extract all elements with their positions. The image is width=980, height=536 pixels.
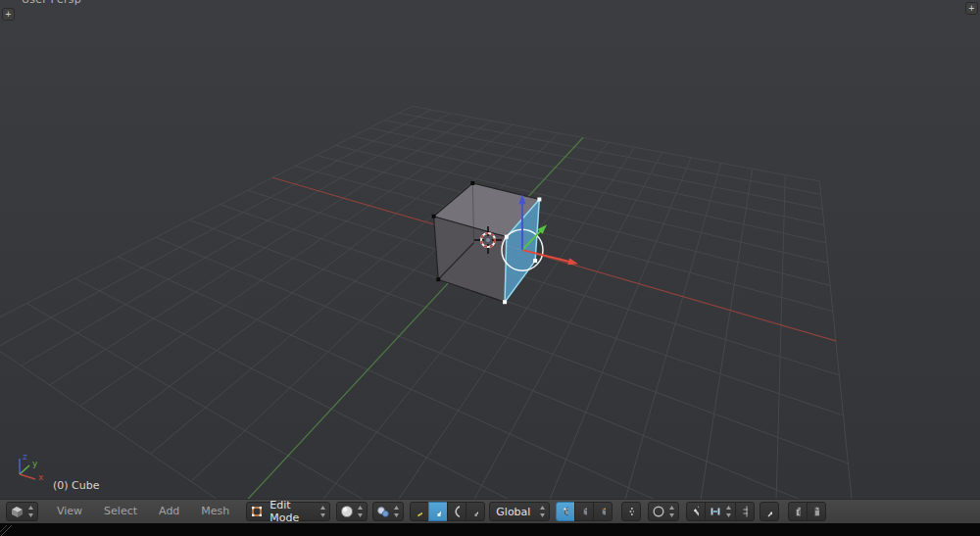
snap-element-dropdown[interactable] (705, 502, 736, 521)
select-mode-face-button[interactable] (593, 502, 612, 521)
dropdown-arrows-icon (319, 505, 326, 518)
limit-selection-to-visible-button[interactable] (621, 502, 641, 521)
translate-arrow-icon (435, 505, 441, 518)
manipulator-rotate-button[interactable] (447, 502, 466, 521)
dropdown-arrows-icon (539, 505, 546, 518)
grid-snap-icon (742, 505, 748, 518)
snap-increment-icon (709, 505, 722, 518)
manipulator-widget-button[interactable] (410, 502, 429, 521)
3d-viewport[interactable]: zyx User Persp (0) Cube + + (0, 0, 980, 499)
proportional-editing-icon (652, 505, 665, 518)
select-mode-group (556, 502, 612, 521)
opengl-render-animation-button[interactable] (807, 502, 826, 521)
3d-view-editor-icon (10, 505, 24, 518)
transform-orientation-dropdown[interactable]: Global (489, 502, 550, 521)
mini-axis-z-label: z (23, 452, 27, 462)
magnet-icon (693, 505, 699, 518)
automerge-arrows-icon (766, 505, 772, 518)
view-name-label: User Persp (22, 0, 81, 6)
menu-view[interactable]: View (46, 500, 93, 523)
absolute-grid-snap-button[interactable] (735, 502, 755, 521)
viewport-shading-sphere-icon (340, 505, 354, 518)
edit-mode-cube-icon (250, 505, 264, 518)
menu-select[interactable]: Select (93, 500, 148, 523)
select-mode-vertex-button[interactable] (556, 502, 575, 521)
edge-select-icon (581, 505, 587, 518)
mini-axis-x-label: x (38, 472, 44, 482)
dropdown-arrows-icon (27, 505, 34, 518)
orientation-label: Global (493, 506, 536, 518)
expand-properties-button[interactable]: + (965, 2, 978, 15)
area-corner-grip[interactable] (0, 525, 22, 536)
pivot-point-dropdown[interactable] (372, 502, 404, 521)
active-object-label: (0) Cube (53, 479, 99, 492)
occlude-geometry-icon (628, 505, 634, 518)
snap-group (686, 502, 755, 521)
opengl-render-group (788, 502, 826, 521)
manipulator-scale-button[interactable] (466, 502, 485, 521)
bottom-editor-strip (0, 523, 980, 536)
viewport-shading-dropdown[interactable] (336, 502, 368, 521)
proportional-editing-dropdown[interactable] (648, 502, 679, 521)
camera-render-icon (795, 505, 801, 518)
viewport-header: ViewSelectAddMesh Edit Mode (0, 499, 980, 523)
automerge-toggle-button[interactable] (760, 502, 779, 521)
opengl-render-image-button[interactable] (788, 502, 808, 521)
clapperboard-icon (813, 505, 819, 518)
world-axes (236, 137, 836, 499)
mode-dropdown-label: Edit Mode (267, 499, 317, 524)
select-mode-edge-button[interactable] (574, 502, 594, 521)
face-select-icon (600, 505, 606, 518)
header-menubar: ViewSelectAddMesh (46, 500, 240, 523)
menu-mesh[interactable]: Mesh (190, 500, 240, 523)
mini-axis-y-label: y (32, 459, 38, 468)
dropdown-arrows-icon (393, 505, 400, 518)
pivot-point-icon (376, 505, 390, 518)
expand-toolshelf-button[interactable]: + (2, 8, 15, 21)
grid-floor (0, 106, 899, 499)
mode-dropdown[interactable]: Edit Mode (246, 502, 330, 521)
dropdown-arrows-icon (725, 505, 732, 518)
mini-axis-gizmo: zyx (20, 452, 44, 482)
snap-toggle-button[interactable] (686, 502, 706, 521)
vertex-select-icon (563, 505, 568, 518)
manipulator-x-arrow (567, 258, 578, 265)
manipulator-group (410, 502, 485, 521)
menu-add[interactable]: Add (148, 500, 190, 523)
dropdown-arrows-icon (668, 505, 675, 518)
manipulator-translate-button[interactable] (428, 502, 448, 521)
editor-type-selector[interactable] (6, 502, 38, 521)
scale-icon (472, 505, 478, 518)
manipulator-axes-icon (416, 505, 422, 518)
dropdown-arrows-icon (357, 505, 364, 518)
rotate-arc-icon (454, 505, 460, 518)
viewport-scene: zyx (0, 0, 980, 499)
